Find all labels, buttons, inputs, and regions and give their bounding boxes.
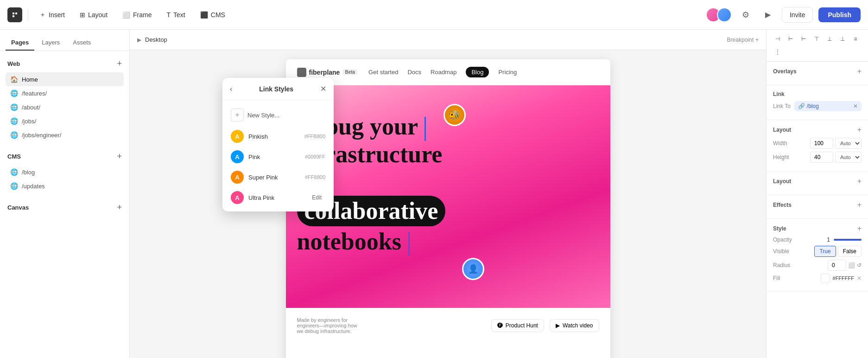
align-center-v-icon[interactable]: ⊥	[824, 33, 835, 45]
pink-name: Pink	[248, 153, 305, 160]
corner-all-icon[interactable]: ⬜	[848, 262, 855, 268]
web-add-button[interactable]: +	[117, 59, 122, 68]
link-remove-button[interactable]: ✕	[853, 103, 858, 109]
height-input[interactable]	[810, 152, 833, 163]
corner-individual-icon[interactable]: ↺	[857, 262, 862, 268]
publish-button[interactable]: Publish	[818, 7, 861, 22]
height-label: Height	[773, 154, 789, 160]
layout2-title: Layout	[773, 178, 791, 185]
width-row: Width Auto	[773, 138, 862, 149]
globe-icon-5: 🌐	[10, 168, 18, 176]
fill-remove-button[interactable]: ✕	[857, 275, 862, 281]
website-preview: fiberplane Beta Get started Docs Roadmap…	[286, 59, 610, 358]
layout-button[interactable]: ⊞ Layout	[74, 8, 113, 21]
frame-button[interactable]: ⬜ Frame	[117, 8, 157, 21]
nav-label-updates: /updates	[22, 183, 45, 190]
overlays-add-button[interactable]: +	[857, 67, 862, 76]
logo-button[interactable]	[7, 7, 22, 22]
cms-add-button[interactable]: +	[117, 152, 122, 160]
popup-back-button[interactable]: ‹	[230, 85, 232, 93]
effects-add-button[interactable]: +	[857, 201, 862, 209]
tab-layers[interactable]: Layers	[36, 35, 65, 51]
new-style-add-icon: +	[231, 109, 244, 121]
cms-button[interactable]: ⬛ CMS	[195, 8, 231, 21]
ultrapink-color-dot: A	[231, 191, 244, 204]
width-auto-select[interactable]: Auto	[835, 138, 862, 149]
visible-true-button[interactable]: True	[814, 246, 836, 257]
edit-style-button[interactable]: Edit	[308, 192, 325, 203]
layout-add-button[interactable]: +	[857, 126, 862, 134]
sidebar-tab-bar: Pages Layers Assets	[0, 30, 129, 51]
pink-color-dot: A	[231, 150, 244, 163]
align-center-h-icon[interactable]: ⊢	[785, 33, 796, 45]
width-input[interactable]	[810, 138, 833, 149]
nav-label-jobs: /jobs/	[22, 118, 36, 125]
style-add-button[interactable]: +	[857, 224, 862, 233]
style-item-pink[interactable]: A Pink #0099FF	[226, 147, 330, 167]
sidebar-item-about[interactable]: 🌐 /about/	[6, 100, 124, 114]
link-styles-popup: ‹ Link Styles ✕ + New Style... A Pinkish…	[222, 78, 334, 211]
tab-assets[interactable]: Assets	[67, 35, 96, 51]
insert-button[interactable]: ＋ Insert	[34, 8, 70, 22]
radius-label: Radius	[773, 262, 790, 268]
align-top-icon[interactable]: ⊤	[811, 33, 822, 45]
align-left-icon[interactable]: ⊣	[772, 33, 783, 45]
web-section-title: Web	[7, 60, 20, 67]
avatar-user2	[717, 7, 732, 22]
visible-toggle: True False	[814, 246, 862, 257]
more-icon[interactable]: ⋮	[772, 46, 783, 58]
globe-icon-1: 🌐	[10, 90, 18, 97]
nav-link-blog-active[interactable]: Blog	[466, 67, 489, 77]
align-bottom-icon[interactable]: ⊥	[837, 33, 848, 45]
product-hunt-badge[interactable]: 🅟 Product Hunt	[491, 319, 544, 332]
sidebar-item-home[interactable]: 🏠 Home	[6, 72, 124, 86]
height-auto-select[interactable]: Auto	[835, 152, 862, 163]
nav-link-docs[interactable]: Docs	[407, 69, 421, 76]
link-icon: 🔗	[798, 103, 805, 109]
site-nav-links: Get started Docs Roadmap Blog Pricing	[368, 67, 517, 77]
sidebar-item-updates[interactable]: 🌐 /updates	[6, 179, 124, 193]
canvas-add-button[interactable]: +	[117, 203, 122, 211]
canvas-section-title: Canvas	[7, 204, 29, 211]
popup-close-button[interactable]: ✕	[320, 84, 326, 93]
site-logo: fiberplane Beta	[297, 68, 358, 77]
nav-link-roadmap[interactable]: Roadmap	[431, 69, 456, 76]
layout2-add-button[interactable]: +	[857, 177, 862, 185]
breakpoint-button[interactable]: Breakpoint +	[727, 37, 759, 43]
visible-label: Visible	[773, 248, 789, 255]
distribute-icon[interactable]: ≡	[850, 33, 861, 45]
style-item-superpink[interactable]: A Super Pink #FF8800	[226, 167, 330, 187]
fill-swatch[interactable]	[821, 274, 830, 283]
opacity-slider[interactable]	[834, 239, 862, 241]
layout2-header: Layout +	[773, 177, 862, 185]
visible-false-button[interactable]: False	[838, 246, 862, 257]
width-label: Width	[773, 140, 787, 147]
style-item-ultrapink[interactable]: A Ultra Pink Edit	[226, 187, 330, 208]
style-item-pinkish[interactable]: A Pinkish #FFB800	[226, 126, 330, 147]
sidebar-item-features[interactable]: 🌐 /features/	[6, 86, 124, 100]
pinkish-color-dot: A	[231, 130, 244, 143]
nav-link-pricing[interactable]: Pricing	[498, 69, 517, 76]
fill-value: #FFFFFF	[833, 275, 854, 281]
settings-button[interactable]: ⚙	[737, 6, 754, 23]
sidebar-item-blog[interactable]: 🌐 /blog	[6, 165, 124, 179]
text-button[interactable]: T Text	[161, 8, 191, 21]
align-right-icon[interactable]: ⊢	[798, 33, 809, 45]
sidebar-item-jobs-engineer[interactable]: 🌐 /jobs/engineer/	[6, 128, 124, 142]
effects-section: Effects +	[767, 195, 868, 219]
hero-cursor-1	[424, 117, 426, 141]
nav-label-blog: /blog	[22, 169, 35, 176]
cms-section-title: CMS	[7, 153, 21, 160]
web-section-header: Web +	[6, 57, 124, 70]
popup-new-style-item[interactable]: + New Style...	[226, 104, 330, 126]
sidebar-item-jobs[interactable]: 🌐 /jobs/	[6, 114, 124, 128]
link-to-pill[interactable]: 🔗 /blog ✕	[794, 101, 862, 111]
nav-link-getstarted[interactable]: Get started	[368, 69, 398, 76]
radius-input[interactable]	[828, 260, 846, 271]
canvas-section: Canvas +	[6, 200, 124, 214]
preview-button[interactable]: ▶	[760, 6, 776, 23]
canvas-body[interactable]: fiberplane Beta Get started Docs Roadmap…	[130, 50, 766, 358]
tab-pages[interactable]: Pages	[6, 35, 34, 51]
watch-video-button[interactable]: ▶ Watch video	[550, 319, 599, 332]
invite-button[interactable]: Invite	[782, 7, 813, 23]
